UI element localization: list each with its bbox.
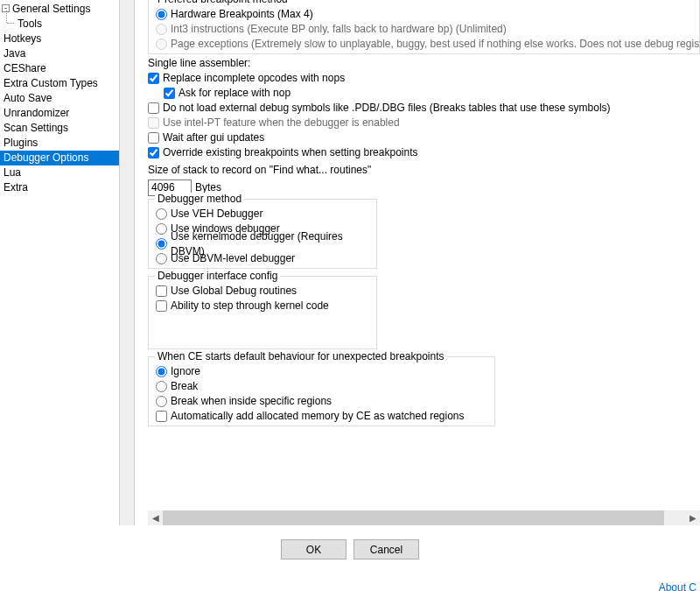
settings-tree[interactable]: -General SettingsToolsHotkeysJavaCEShare… [0, 0, 135, 525]
unexpected-break-regions-option[interactable]: Break when inside specific regions [156, 394, 487, 409]
settings-content: Prefered breakpoint method Hardware Brea… [135, 0, 700, 525]
tree-item-general-settings[interactable]: -General Settings [0, 2, 134, 17]
global-debug-routines-checkbox[interactable]: Use Global Debug routines [156, 284, 369, 299]
tree-item-hotkeys[interactable]: Hotkeys [0, 32, 134, 46]
debugger-method-legend: Debugger method [155, 193, 244, 205]
ask-replace-nop-checkbox[interactable]: Ask for replace with nop [148, 86, 700, 101]
tree-item-extra[interactable]: Extra [0, 180, 134, 195]
auto-add-memory-checkbox[interactable]: Automatically add allocated memory by CE… [156, 409, 487, 424]
scroll-right-arrow-icon[interactable]: ▶ [685, 510, 700, 525]
bp-hardware-option[interactable]: Hardware Breakpoints (Max 4) [156, 7, 692, 22]
wait-gui-updates-checkbox[interactable]: Wait after gui updates [148, 130, 700, 145]
cancel-button[interactable]: Cancel [354, 539, 419, 559]
override-breakpoints-checkbox[interactable]: Override existing breakpoints when setti… [148, 145, 700, 160]
tree-item-java[interactable]: Java [0, 46, 134, 61]
tree-item-auto-save[interactable]: Auto Save [0, 91, 134, 106]
scroll-left-arrow-icon[interactable]: ◀ [148, 510, 163, 525]
bp-int3-option: Int3 instructions (Execute BP only, fall… [156, 22, 692, 37]
unexpected-break-option[interactable]: Break [156, 379, 487, 394]
unexpected-ignore-option[interactable]: Ignore [156, 364, 487, 379]
tree-item-plugins[interactable]: Plugins [0, 136, 134, 151]
scroll-thumb[interactable] [163, 510, 664, 525]
tree-item-extra-custom-types[interactable]: Extra Custom Types [0, 76, 134, 91]
tree-item-tools[interactable]: Tools [0, 17, 134, 32]
kernelmode-debugger-option[interactable]: Use kernelmode debugger (Requires DBVM) [156, 236, 369, 251]
debugger-interface-legend: Debugger interface config [155, 270, 280, 282]
tree-item-lua[interactable]: Lua [0, 165, 134, 180]
about-link[interactable]: About C [659, 581, 696, 591]
dialog-footer: OK Cancel About C [0, 525, 700, 591]
assembler-label: Single line assembler: [148, 56, 700, 71]
intel-pt-checkbox: Use intel-PT feature when the debugger i… [148, 116, 700, 130]
veh-debugger-option[interactable]: Use VEH Debugger [156, 207, 369, 222]
step-kernel-code-checkbox[interactable]: Ability to step through kernel code [156, 299, 369, 313]
tree-item-scan-settings[interactable]: Scan Settings [0, 121, 134, 136]
bp-page-exceptions-option: Page exceptions (Extremely slow to unpla… [156, 37, 692, 52]
ok-button[interactable]: OK [281, 539, 346, 559]
tree-item-ceshare[interactable]: CEShare [0, 61, 134, 76]
tree-item-debugger-options[interactable]: Debugger Options [0, 151, 134, 165]
unexpected-bp-legend: When CE starts default behaviour for une… [155, 350, 447, 362]
no-external-symbols-checkbox[interactable]: Do not load external debug symbols like … [148, 101, 700, 116]
tree-item-unrandomizer[interactable]: Unrandomizer [0, 106, 134, 121]
breakpoint-method-legend: Prefered breakpoint method [155, 0, 290, 5]
stack-size-label: Size of stack to record on "Find what...… [148, 163, 700, 178]
replace-nops-checkbox[interactable]: Replace incomplete opcodes with nops [148, 71, 700, 86]
horizontal-scrollbar[interactable]: ◀ ▶ [148, 510, 700, 525]
